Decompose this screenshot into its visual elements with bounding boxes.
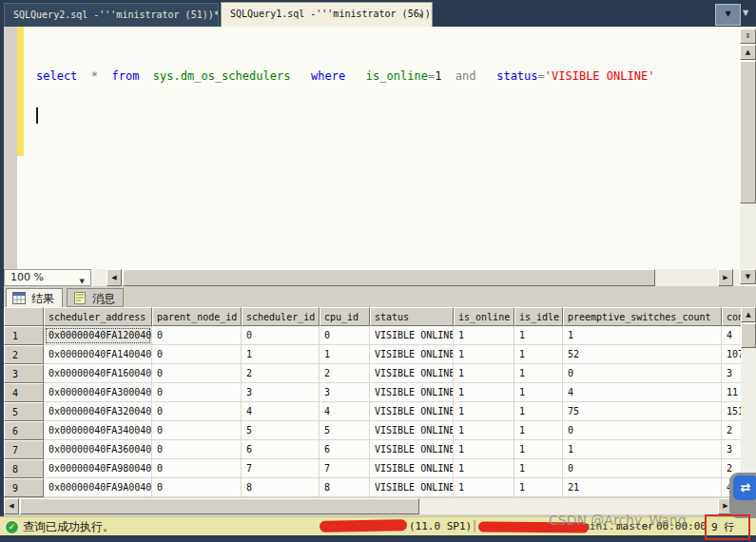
grid-corner-cell[interactable]	[4, 307, 44, 326]
grid-cell[interactable]: 0	[563, 421, 722, 440]
grid-cell[interactable]: 3	[242, 383, 320, 402]
tab-sqlquery1[interactable]: SQLQuery1.sql -'''ministrator (56))* ✕	[221, 2, 433, 27]
column-header-scheduler_address[interactable]: scheduler_address	[44, 307, 152, 326]
grid-cell[interactable]: 0	[152, 364, 242, 383]
tab-results[interactable]: 结果	[6, 288, 63, 307]
grid-cell[interactable]: 1	[454, 440, 514, 459]
row-header[interactable]: 9	[4, 478, 44, 497]
grid-cell[interactable]: 1	[514, 326, 563, 345]
row-header[interactable]: 8	[4, 459, 44, 478]
grid-cell[interactable]: VISIBLE ONLINE	[370, 345, 454, 364]
row-header[interactable]: 6	[4, 421, 44, 440]
grid-cell[interactable]: 0	[152, 459, 242, 478]
grid-cell[interactable]: 5	[242, 421, 320, 440]
grid-cell[interactable]: 0	[152, 345, 242, 364]
grid-cell[interactable]: VISIBLE ONLINE	[370, 459, 454, 478]
grid-cell[interactable]: 2	[320, 364, 370, 383]
grid-cell[interactable]: 0x00000040FA160040	[44, 364, 152, 383]
scrollbar-thumb[interactable]	[741, 323, 756, 348]
grid-cell[interactable]: 1	[454, 345, 514, 364]
grid-cell[interactable]: 0	[152, 421, 242, 440]
scroll-up-button[interactable]: ▲	[741, 307, 756, 322]
sql-editor[interactable]: select * from sys.dm_os_schedulers where…	[0, 27, 756, 269]
grid-cell[interactable]: 1	[320, 345, 370, 364]
grid-cell[interactable]: 1	[454, 364, 514, 383]
grid-cell[interactable]: 1	[454, 421, 514, 440]
grid-cell[interactable]: 0x00000040FA980040	[44, 459, 152, 478]
grid-cell[interactable]: 1	[454, 383, 514, 402]
grid-cell[interactable]: 0	[152, 478, 242, 497]
column-header-cpu_id[interactable]: cpu_id	[320, 307, 370, 326]
grid-cell[interactable]: 107	[722, 345, 741, 364]
scroll-down-button[interactable]: ▼	[740, 269, 756, 284]
grid-cell[interactable]: 11	[722, 383, 741, 402]
grid-vertical-scrollbar[interactable]: ▲ ▼	[741, 307, 756, 497]
grid-cell[interactable]: 0	[152, 440, 242, 459]
grid-cell[interactable]: VISIBLE ONLINE	[370, 326, 454, 345]
grid-cell[interactable]: 1	[454, 402, 514, 421]
scroll-right-button[interactable]: ▶	[718, 269, 733, 286]
grid-cell[interactable]: 8	[320, 478, 370, 497]
scrollbar-thumb[interactable]	[740, 61, 756, 203]
teamviewer-panel[interactable]: ⇄	[729, 473, 756, 518]
grid-cell[interactable]: 0x00000040FA340040	[44, 421, 152, 440]
grid-cell[interactable]: 1	[514, 440, 563, 459]
grid-cell[interactable]: 4	[320, 402, 370, 421]
teamviewer-icon[interactable]: ⇄	[733, 475, 756, 500]
grid-cell[interactable]: 52	[563, 345, 722, 364]
scroll-left-button[interactable]: ◀	[107, 269, 122, 286]
grid-cell[interactable]: VISIBLE ONLINE	[370, 364, 454, 383]
grid-cell[interactable]: 1	[454, 478, 514, 497]
splitter-handle[interactable]: ⇕	[740, 29, 756, 44]
grid-cell[interactable]: 1	[514, 421, 563, 440]
row-header[interactable]: 7	[4, 440, 44, 459]
grid-cell[interactable]: VISIBLE ONLINE	[370, 421, 454, 440]
grid-cell[interactable]: 2	[722, 421, 741, 440]
grid-cell[interactable]: VISIBLE ONLINE	[370, 440, 454, 459]
grid-cell[interactable]: 1	[514, 383, 563, 402]
grid-cell[interactable]: 1	[514, 402, 563, 421]
grid-cell[interactable]: 8	[242, 478, 320, 497]
grid-cell[interactable]: 4	[722, 326, 741, 345]
grid-cell[interactable]: 6	[242, 440, 320, 459]
grid-cell[interactable]: 3	[722, 364, 741, 383]
row-header[interactable]: 4	[4, 383, 44, 402]
grid-cell[interactable]: 1	[514, 459, 563, 478]
chevron-down-icon[interactable]: ▼	[743, 9, 748, 17]
tab-sqlquery2[interactable]: SQLQuery2.sql -'''ministrator (51))*	[4, 3, 219, 27]
grid-cell[interactable]: 4	[242, 402, 320, 421]
scroll-up-button[interactable]: ▲	[740, 45, 756, 60]
grid-cell[interactable]: 3	[722, 440, 741, 459]
row-header[interactable]: 3	[4, 364, 44, 383]
grid-cell[interactable]: 0	[152, 402, 242, 421]
column-header-preemptive_switches_count[interactable]: preemptive_switches_count	[563, 307, 722, 326]
grid-cell[interactable]: 1	[514, 478, 563, 497]
grid-cell[interactable]: VISIBLE ONLINE	[370, 478, 454, 497]
grid-cell[interactable]: 5	[320, 421, 370, 440]
row-header[interactable]: 5	[4, 402, 44, 421]
active-files-dropdown-button[interactable]: ▼	[715, 4, 741, 26]
grid-cell[interactable]: VISIBLE ONLINE	[370, 402, 454, 421]
grid-cell[interactable]: 0	[152, 326, 242, 345]
grid-cell[interactable]: 2	[242, 364, 320, 383]
grid-cell[interactable]: 0x00000040FA120040	[44, 326, 152, 345]
grid-cell[interactable]: 0	[242, 326, 320, 345]
grid-cell[interactable]: 1	[514, 345, 563, 364]
grid-cell[interactable]: 6	[320, 440, 370, 459]
editor-horizontal-scrollbar[interactable]: ◀ ▶	[0, 269, 740, 286]
grid-cell[interactable]: 75	[563, 402, 722, 421]
scroll-left-button[interactable]: ◀	[4, 498, 19, 514]
grid-cell[interactable]: 7	[320, 459, 370, 478]
editor-vertical-scrollbar[interactable]: ⇕ ▲ ▼	[740, 27, 756, 284]
column-header-status[interactable]: status	[370, 307, 454, 326]
grid-cell[interactable]: 1	[454, 326, 514, 345]
column-header-is_online[interactable]: is_online	[454, 307, 514, 326]
grid-cell[interactable]: 3	[320, 383, 370, 402]
grid-cell[interactable]: 0	[320, 326, 370, 345]
row-header[interactable]: 2	[4, 345, 44, 364]
row-header[interactable]: 1	[4, 326, 44, 345]
close-icon[interactable]: ✕	[415, 9, 427, 21]
grid-cell[interactable]: 1	[563, 326, 722, 345]
grid-cell[interactable]: 21	[563, 478, 722, 497]
grid-cell[interactable]: 7	[242, 459, 320, 478]
